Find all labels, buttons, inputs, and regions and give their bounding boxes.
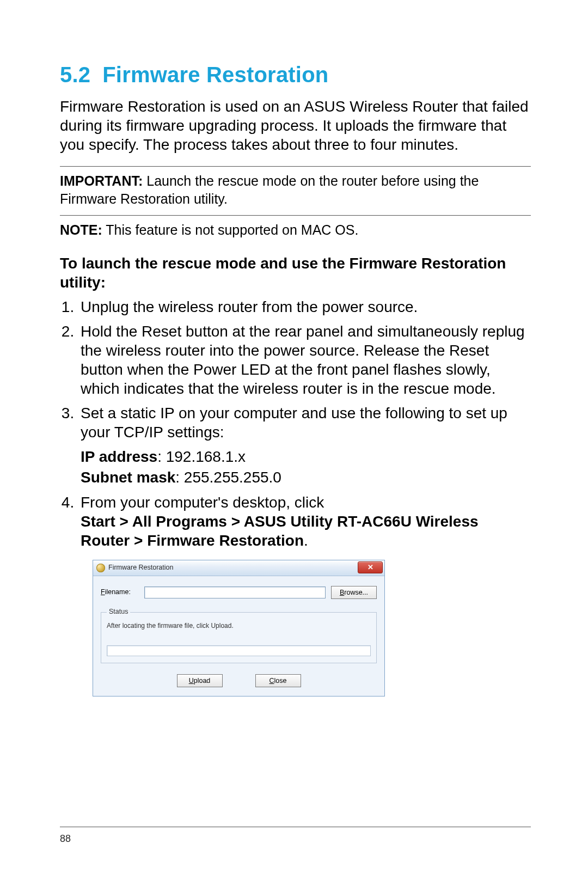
divider — [60, 215, 531, 216]
step-3: Set a static IP on your computer and use… — [78, 404, 531, 488]
step-2: Hold the Reset button at the rear panel … — [78, 322, 531, 398]
filename-input[interactable] — [144, 586, 326, 598]
close-button[interactable]: Close — [255, 674, 301, 687]
step-3-text: Set a static IP on your computer and use… — [81, 405, 507, 441]
progress-bar — [107, 645, 371, 656]
close-icon: ✕ — [367, 563, 373, 572]
dialog-titlebar: Firmware Restoration ✕ — [93, 560, 384, 576]
firmware-restoration-dialog: Firmware Restoration ✕ Filename: Browse.… — [93, 560, 385, 696]
ip-address-value: : 192.168.1.x — [157, 448, 246, 465]
status-text: After locating the firmware file, click … — [107, 622, 371, 630]
app-icon — [96, 564, 105, 572]
status-group: Status After locating the firmware file,… — [101, 608, 377, 663]
status-legend: Status — [107, 608, 130, 616]
dialog-body: Filename: Browse... Status After locatin… — [93, 576, 384, 696]
intro-paragraph: Firmware Restoration is used on an ASUS … — [60, 97, 531, 154]
section-title: Firmware Restoration — [102, 63, 328, 87]
steps-list: Unplug the wireless router from the powe… — [60, 297, 531, 696]
note-label: NOTE: — [60, 222, 102, 237]
subnet-mask-label: Subnet mask — [81, 469, 175, 486]
step-4-lead: From your computer's desktop, click — [81, 494, 324, 511]
section-number: 5.2 — [60, 63, 90, 87]
ip-address-label: IP address — [81, 448, 157, 465]
close-window-button[interactable]: ✕ — [358, 561, 383, 573]
note-text: This feature is not supported on MAC OS. — [106, 222, 358, 237]
important-label: IMPORTANT: — [60, 173, 143, 188]
footer-divider — [60, 827, 531, 827]
dialog-title: Firmware Restoration — [108, 564, 173, 572]
step-1: Unplug the wireless router from the powe… — [78, 297, 531, 316]
divider — [60, 166, 531, 167]
subnet-mask-line: Subnet mask: 255.255.255.0 — [81, 468, 531, 487]
dialog-button-row: Upload Close — [101, 674, 377, 687]
step-4-path: Start > All Programs > ASUS Utility RT-A… — [81, 513, 479, 549]
browse-button[interactable]: Browse... — [331, 586, 377, 599]
note-block: NOTE: This feature is not supported on M… — [60, 221, 531, 239]
subnet-mask-value: : 255.255.255.0 — [175, 469, 281, 486]
procedure-heading: To launch the rescue mode and use the Fi… — [60, 254, 531, 292]
ip-address-line: IP address: 192.168.1.x — [81, 447, 531, 467]
section-heading: 5.2Firmware Restoration — [60, 63, 531, 87]
step-4: From your computer's desktop, click Star… — [78, 493, 531, 696]
page-number: 88 — [60, 833, 71, 845]
important-note: IMPORTANT: Launch the rescue mode on the… — [60, 172, 531, 207]
filename-label: Filename: — [101, 588, 139, 597]
step-4-tail: . — [304, 532, 308, 549]
manual-page: 5.2Firmware Restoration Firmware Restora… — [0, 0, 588, 886]
upload-button[interactable]: Upload — [177, 674, 223, 687]
filename-row: Filename: Browse... — [101, 586, 377, 599]
